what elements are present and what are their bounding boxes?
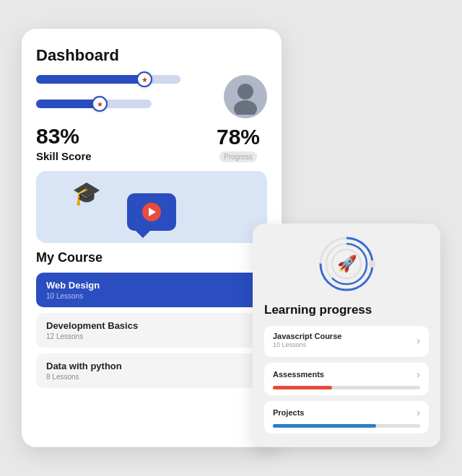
rocket-chart: 🚀 [264,235,429,293]
play-triangle-icon [149,208,156,216]
bar2-fill [36,100,100,108]
progress-bar-1-fill [273,386,332,389]
progress-item-0-header: Javascript Course 10 Lessons › [273,332,420,348]
course-item-1[interactable]: Development Basics 12 Lessons › [36,313,267,348]
course-item-2-info: Data with python 8 Lessons [46,361,122,381]
course-item-1-info: Development Basics 12 Lessons [46,320,138,340]
course-item-0-name: Web Design [46,280,100,291]
course-item-1-name: Development Basics [46,320,138,331]
course-item-0-info: Web Design 10 Lessons [46,280,100,300]
course-item-1-lessons: 12 Lessons [46,332,138,340]
progress-bar-2 [273,424,420,428]
svg-point-0 [237,84,253,100]
progress-card-title: Learning progress [264,303,429,317]
star-icon: ★ [141,76,148,84]
stats-row: ★ ★ [36,75,267,118]
progress-item-0[interactable]: Javascript Course 10 Lessons › [264,326,429,357]
avatar-section [224,75,267,118]
course-item-2-lessons: 8 Lessons [46,373,122,381]
bar2-wrap: ★ [36,100,209,108]
progress-card: 🚀 Learning progress Javascript Course 10… [253,224,440,447]
bar1-fill [36,75,144,84]
stat-right-label: Progress [219,151,257,162]
stat-left-value: 83% [36,124,209,149]
progress-item-1[interactable]: Assessments › [264,363,429,395]
my-course-title: My Course [36,250,267,265]
course-item-0-lessons: 10 Lessons [46,292,100,300]
bar2-track: ★ [36,100,152,108]
star-icon2: ★ [97,100,103,108]
progress-bar-2-fill [273,424,376,428]
progress-item-0-lessons: 10 Lessons [273,341,341,348]
progress-item-1-header: Assessments › [273,369,420,380]
course-item-0[interactable]: Web Design 10 Lessons › [36,273,267,307]
progress-item-1-name: Assessments [273,370,324,379]
video-banner: 🎓 [36,171,267,243]
progress-chevron-2: › [417,407,420,418]
bar1-badge: ★ [136,71,152,87]
bar1-wrap: ★ [36,75,209,92]
main-card: Dashboard ★ [22,29,282,447]
course-item-2[interactable]: Data with python 8 Lessons › [36,353,267,388]
progress-item-2-header: Projects › [273,407,420,418]
progress-bar-1 [273,386,420,389]
stat-right-value: 78% [209,125,267,149]
progress-chevron-0: › [417,335,420,346]
circle-container: 🚀 [318,235,375,293]
progress-item-2[interactable]: Projects › [264,401,429,433]
bar2-badge: ★ [92,96,108,112]
percent-right: 78% Progress [209,125,267,162]
skill-score-label: Skill Score [36,150,209,162]
scene: Dashboard ★ [14,14,448,462]
speech-bubble[interactable] [127,193,176,231]
progress-item-0-name-wrap: Javascript Course 10 Lessons [273,332,341,348]
svg-point-7 [369,260,375,268]
course-item-2-name: Data with python [46,361,122,371]
avatar-svg [227,79,263,115]
progress-item-2-name: Projects [273,408,304,417]
percent-left: 83% Skill Score [36,124,209,162]
rocket-icon: 🚀 [337,255,357,273]
progress-chevron-1: › [417,369,420,380]
avatar [224,75,267,118]
bars-section: ★ ★ [36,75,209,115]
progress-item-0-name: Javascript Course [273,332,341,340]
svg-point-1 [234,100,257,115]
play-button[interactable] [142,203,161,221]
bar1-track: ★ [36,75,180,84]
dashboard-title: Dashboard [36,46,267,65]
percent-row: 83% Skill Score 78% Progress [36,124,267,162]
grad-cap-icon: 🎓 [72,180,101,207]
